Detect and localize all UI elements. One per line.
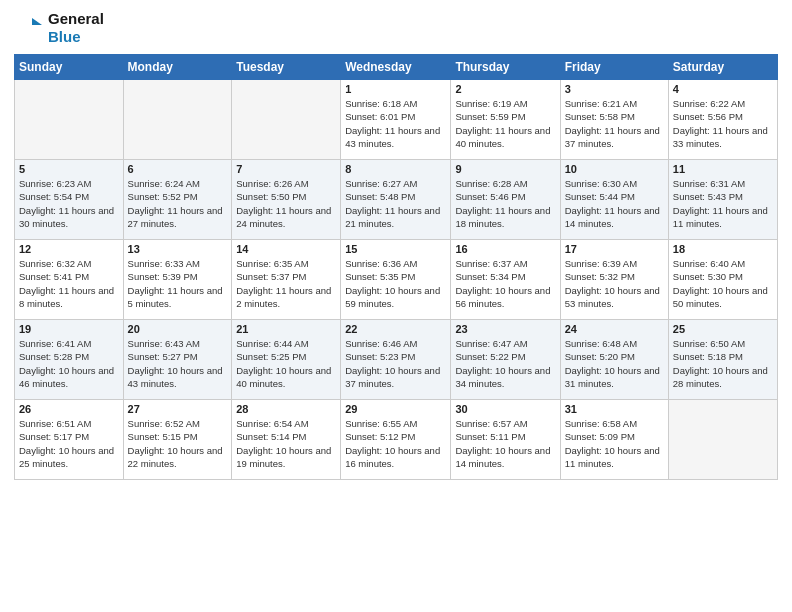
calendar-day-cell: [15, 80, 124, 160]
day-info: Sunrise: 6:23 AMSunset: 5:54 PMDaylight:…: [19, 177, 119, 230]
calendar-day-cell: 6Sunrise: 6:24 AMSunset: 5:52 PMDaylight…: [123, 160, 232, 240]
day-info: Sunrise: 6:26 AMSunset: 5:50 PMDaylight:…: [236, 177, 336, 230]
day-info: Sunrise: 6:36 AMSunset: 5:35 PMDaylight:…: [345, 257, 446, 310]
day-number: 14: [236, 243, 336, 255]
day-number: 31: [565, 403, 664, 415]
day-info: Sunrise: 6:18 AMSunset: 6:01 PMDaylight:…: [345, 97, 446, 150]
weekday-header-thursday: Thursday: [451, 55, 560, 80]
day-info: Sunrise: 6:27 AMSunset: 5:48 PMDaylight:…: [345, 177, 446, 230]
weekday-header-sunday: Sunday: [15, 55, 124, 80]
calendar-day-cell: 13Sunrise: 6:33 AMSunset: 5:39 PMDayligh…: [123, 240, 232, 320]
day-number: 3: [565, 83, 664, 95]
calendar-day-cell: 20Sunrise: 6:43 AMSunset: 5:27 PMDayligh…: [123, 320, 232, 400]
calendar-day-cell: 18Sunrise: 6:40 AMSunset: 5:30 PMDayligh…: [668, 240, 777, 320]
day-number: 8: [345, 163, 446, 175]
calendar-day-cell: [668, 400, 777, 480]
day-number: 19: [19, 323, 119, 335]
day-number: 6: [128, 163, 228, 175]
day-number: 28: [236, 403, 336, 415]
calendar-day-cell: 8Sunrise: 6:27 AMSunset: 5:48 PMDaylight…: [341, 160, 451, 240]
day-info: Sunrise: 6:22 AMSunset: 5:56 PMDaylight:…: [673, 97, 773, 150]
calendar-day-cell: 17Sunrise: 6:39 AMSunset: 5:32 PMDayligh…: [560, 240, 668, 320]
calendar-day-cell: 16Sunrise: 6:37 AMSunset: 5:34 PMDayligh…: [451, 240, 560, 320]
day-info: Sunrise: 6:47 AMSunset: 5:22 PMDaylight:…: [455, 337, 555, 390]
day-number: 12: [19, 243, 119, 255]
calendar-day-cell: 23Sunrise: 6:47 AMSunset: 5:22 PMDayligh…: [451, 320, 560, 400]
day-info: Sunrise: 6:33 AMSunset: 5:39 PMDaylight:…: [128, 257, 228, 310]
calendar-day-cell: 2Sunrise: 6:19 AMSunset: 5:59 PMDaylight…: [451, 80, 560, 160]
weekday-header-row: SundayMondayTuesdayWednesdayThursdayFrid…: [15, 55, 778, 80]
calendar-week-row: 5Sunrise: 6:23 AMSunset: 5:54 PMDaylight…: [15, 160, 778, 240]
logo-svg: [14, 13, 44, 43]
day-info: Sunrise: 6:43 AMSunset: 5:27 PMDaylight:…: [128, 337, 228, 390]
header: GeneralBlue: [14, 10, 778, 46]
calendar-day-cell: 25Sunrise: 6:50 AMSunset: 5:18 PMDayligh…: [668, 320, 777, 400]
day-info: Sunrise: 6:32 AMSunset: 5:41 PMDaylight:…: [19, 257, 119, 310]
day-number: 24: [565, 323, 664, 335]
day-info: Sunrise: 6:24 AMSunset: 5:52 PMDaylight:…: [128, 177, 228, 230]
calendar-day-cell: 30Sunrise: 6:57 AMSunset: 5:11 PMDayligh…: [451, 400, 560, 480]
day-number: 1: [345, 83, 446, 95]
day-number: 16: [455, 243, 555, 255]
weekday-header-friday: Friday: [560, 55, 668, 80]
day-number: 15: [345, 243, 446, 255]
calendar-day-cell: 11Sunrise: 6:31 AMSunset: 5:43 PMDayligh…: [668, 160, 777, 240]
calendar-day-cell: 14Sunrise: 6:35 AMSunset: 5:37 PMDayligh…: [232, 240, 341, 320]
day-number: 26: [19, 403, 119, 415]
calendar-day-cell: 31Sunrise: 6:58 AMSunset: 5:09 PMDayligh…: [560, 400, 668, 480]
calendar-day-cell: 21Sunrise: 6:44 AMSunset: 5:25 PMDayligh…: [232, 320, 341, 400]
day-number: 20: [128, 323, 228, 335]
day-number: 23: [455, 323, 555, 335]
day-number: 7: [236, 163, 336, 175]
day-number: 2: [455, 83, 555, 95]
calendar-container: GeneralBlue SundayMondayTuesdayWednesday…: [0, 0, 792, 612]
calendar-day-cell: [123, 80, 232, 160]
day-number: 30: [455, 403, 555, 415]
day-info: Sunrise: 6:46 AMSunset: 5:23 PMDaylight:…: [345, 337, 446, 390]
day-number: 13: [128, 243, 228, 255]
weekday-header-monday: Monday: [123, 55, 232, 80]
calendar-day-cell: 12Sunrise: 6:32 AMSunset: 5:41 PMDayligh…: [15, 240, 124, 320]
day-number: 4: [673, 83, 773, 95]
day-number: 21: [236, 323, 336, 335]
day-info: Sunrise: 6:51 AMSunset: 5:17 PMDaylight:…: [19, 417, 119, 470]
day-info: Sunrise: 6:28 AMSunset: 5:46 PMDaylight:…: [455, 177, 555, 230]
calendar-week-row: 12Sunrise: 6:32 AMSunset: 5:41 PMDayligh…: [15, 240, 778, 320]
day-info: Sunrise: 6:58 AMSunset: 5:09 PMDaylight:…: [565, 417, 664, 470]
day-number: 22: [345, 323, 446, 335]
svg-marker-0: [32, 18, 42, 25]
day-info: Sunrise: 6:35 AMSunset: 5:37 PMDaylight:…: [236, 257, 336, 310]
calendar-day-cell: 9Sunrise: 6:28 AMSunset: 5:46 PMDaylight…: [451, 160, 560, 240]
day-info: Sunrise: 6:48 AMSunset: 5:20 PMDaylight:…: [565, 337, 664, 390]
calendar-day-cell: 5Sunrise: 6:23 AMSunset: 5:54 PMDaylight…: [15, 160, 124, 240]
calendar-day-cell: 7Sunrise: 6:26 AMSunset: 5:50 PMDaylight…: [232, 160, 341, 240]
day-number: 5: [19, 163, 119, 175]
calendar-day-cell: [232, 80, 341, 160]
calendar-day-cell: 15Sunrise: 6:36 AMSunset: 5:35 PMDayligh…: [341, 240, 451, 320]
calendar-week-row: 26Sunrise: 6:51 AMSunset: 5:17 PMDayligh…: [15, 400, 778, 480]
day-number: 27: [128, 403, 228, 415]
calendar-day-cell: 10Sunrise: 6:30 AMSunset: 5:44 PMDayligh…: [560, 160, 668, 240]
day-info: Sunrise: 6:55 AMSunset: 5:12 PMDaylight:…: [345, 417, 446, 470]
day-info: Sunrise: 6:54 AMSunset: 5:14 PMDaylight:…: [236, 417, 336, 470]
day-info: Sunrise: 6:19 AMSunset: 5:59 PMDaylight:…: [455, 97, 555, 150]
day-info: Sunrise: 6:39 AMSunset: 5:32 PMDaylight:…: [565, 257, 664, 310]
logo-blue: Blue: [48, 28, 104, 46]
logo-general: General: [48, 10, 104, 28]
day-number: 25: [673, 323, 773, 335]
logo: GeneralBlue: [14, 10, 104, 46]
calendar-day-cell: 28Sunrise: 6:54 AMSunset: 5:14 PMDayligh…: [232, 400, 341, 480]
day-info: Sunrise: 6:52 AMSunset: 5:15 PMDaylight:…: [128, 417, 228, 470]
weekday-header-wednesday: Wednesday: [341, 55, 451, 80]
calendar-day-cell: 1Sunrise: 6:18 AMSunset: 6:01 PMDaylight…: [341, 80, 451, 160]
calendar-table: SundayMondayTuesdayWednesdayThursdayFrid…: [14, 54, 778, 480]
day-number: 29: [345, 403, 446, 415]
calendar-day-cell: 24Sunrise: 6:48 AMSunset: 5:20 PMDayligh…: [560, 320, 668, 400]
calendar-week-row: 1Sunrise: 6:18 AMSunset: 6:01 PMDaylight…: [15, 80, 778, 160]
day-info: Sunrise: 6:41 AMSunset: 5:28 PMDaylight:…: [19, 337, 119, 390]
calendar-day-cell: 27Sunrise: 6:52 AMSunset: 5:15 PMDayligh…: [123, 400, 232, 480]
day-number: 10: [565, 163, 664, 175]
calendar-day-cell: 22Sunrise: 6:46 AMSunset: 5:23 PMDayligh…: [341, 320, 451, 400]
calendar-day-cell: 4Sunrise: 6:22 AMSunset: 5:56 PMDaylight…: [668, 80, 777, 160]
day-number: 18: [673, 243, 773, 255]
